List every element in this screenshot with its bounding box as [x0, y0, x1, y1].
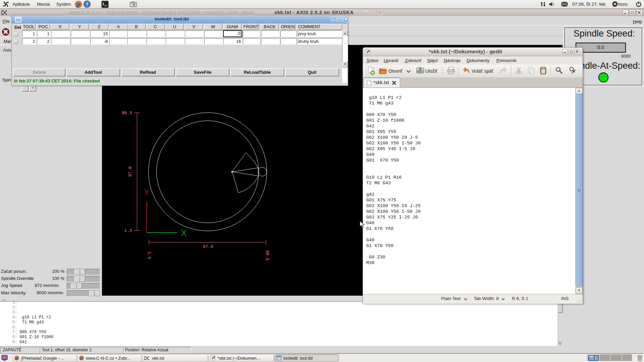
- svg-text:?: ?: [86, 2, 89, 7]
- svg-text:1.5: 1.5: [147, 251, 152, 259]
- svg-text:97.0: 97.0: [203, 244, 213, 249]
- svg-text:98.5: 98.5: [122, 111, 132, 116]
- svg-text:97.0: 97.0: [128, 166, 133, 177]
- svg-text:1.5: 1.5: [124, 228, 132, 233]
- svg-text:98.5: 98.5: [265, 250, 270, 260]
